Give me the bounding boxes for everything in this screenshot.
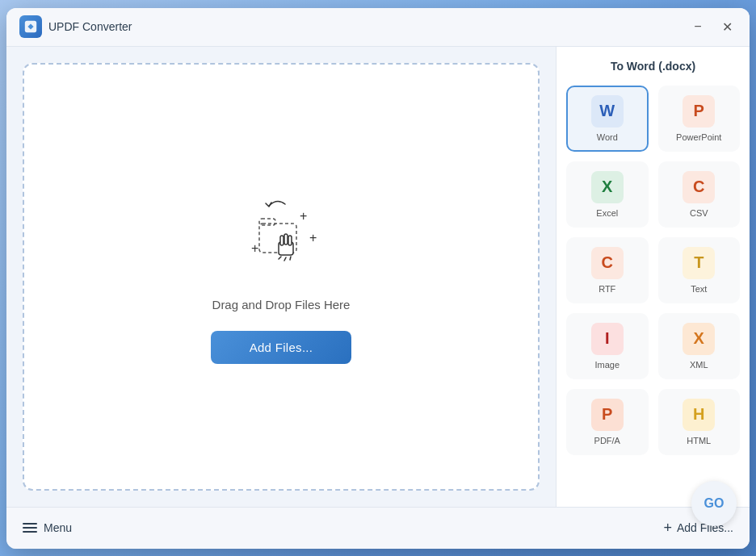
format-item-powerpoint[interactable]: PPowerPoint: [658, 86, 741, 152]
format-grid: WWordPPowerPointXExcelCCSVCRTFTTextIImag…: [566, 86, 740, 455]
word-label: Word: [597, 132, 618, 142]
format-item-html[interactable]: HHTML: [658, 389, 741, 455]
format-item-word[interactable]: WWord: [566, 86, 649, 152]
sidebar: To Word (.docx) WWordPPowerPointXExcelCC…: [556, 47, 750, 507]
format-item-rtf[interactable]: CRTF: [566, 237, 649, 303]
csv-icon: C: [682, 171, 715, 203]
app-title: UPDF Converter: [48, 20, 688, 33]
close-button[interactable]: ✕: [717, 17, 737, 36]
svg-text:+: +: [251, 241, 258, 255]
format-item-csv[interactable]: CCSV: [658, 161, 741, 228]
svg-line-11: [284, 257, 286, 261]
titlebar: UPDF Converter − ✕: [6, 8, 750, 47]
rtf-label: RTF: [598, 284, 615, 294]
go-button[interactable]: GO: [691, 481, 737, 526]
footer: Menu + Add Files...: [6, 507, 750, 549]
xml-label: XML: [690, 360, 708, 370]
drop-illustration: + + +: [229, 190, 334, 278]
format-item-text[interactable]: TText: [658, 237, 741, 303]
excel-label: Excel: [596, 208, 618, 218]
drop-area-container: + + +: [6, 47, 556, 507]
image-label: Image: [594, 360, 620, 370]
svg-rect-9: [288, 236, 292, 245]
format-item-excel[interactable]: XExcel: [566, 161, 649, 228]
pdfa-label: PDF/A: [594, 436, 620, 445]
word-icon: W: [591, 95, 624, 128]
footer-wrapper: Menu + Add Files... GO: [6, 507, 750, 549]
svg-text:+: +: [300, 209, 307, 223]
app-logo: [19, 15, 42, 38]
app-window: UPDF Converter − ✕ + + +: [6, 8, 750, 549]
format-item-pdfa[interactable]: PPDF/A: [566, 389, 649, 455]
menu-button[interactable]: Menu: [23, 521, 72, 534]
svg-rect-7: [280, 236, 284, 245]
drop-zone[interactable]: + + +: [23, 63, 540, 491]
format-item-image[interactable]: IImage: [566, 313, 649, 379]
svg-rect-8: [284, 234, 288, 245]
html-label: HTML: [687, 436, 711, 445]
format-item-xml[interactable]: XXML: [658, 313, 741, 379]
text-label: Text: [691, 284, 707, 294]
window-controls: − ✕: [688, 17, 737, 36]
svg-line-10: [279, 257, 281, 259]
sidebar-title: To Word (.docx): [566, 60, 740, 73]
pdfa-icon: P: [591, 399, 624, 431]
powerpoint-label: PowerPoint: [676, 132, 721, 142]
add-files-button[interactable]: Add Files...: [211, 331, 352, 364]
menu-icon: [23, 523, 37, 533]
text-icon: T: [682, 247, 715, 279]
image-icon: I: [591, 323, 624, 355]
html-icon: H: [682, 399, 715, 431]
powerpoint-icon: P: [682, 95, 715, 128]
minimize-button[interactable]: −: [688, 17, 708, 36]
drop-text: Drag and Drop Files Here: [212, 298, 351, 311]
svg-line-12: [290, 257, 291, 260]
menu-label: Menu: [44, 521, 72, 534]
excel-icon: X: [591, 171, 624, 203]
csv-label: CSV: [690, 208, 708, 218]
svg-text:+: +: [309, 231, 317, 245]
main-content: + + +: [6, 47, 750, 507]
plus-icon: +: [663, 520, 672, 537]
xml-icon: X: [682, 323, 715, 355]
rtf-icon: C: [591, 247, 624, 279]
drop-icon: + + +: [229, 190, 334, 278]
